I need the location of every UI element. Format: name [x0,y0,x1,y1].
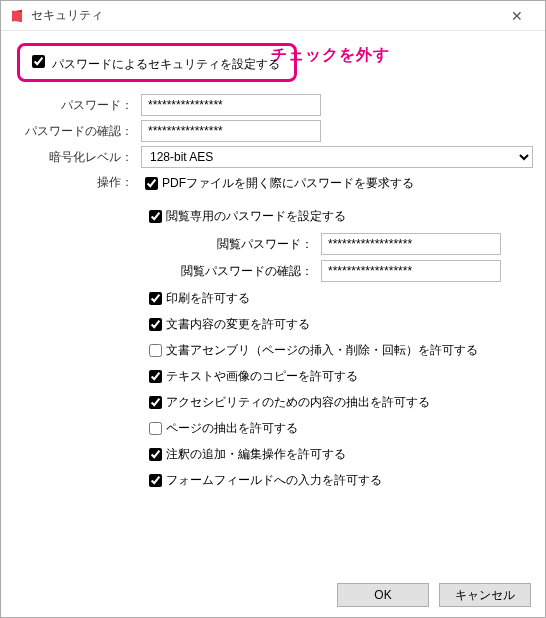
op-allow-form-fill[interactable]: フォームフィールドへの入力を許可する [145,471,533,490]
view-password-confirm-label: 閲覧パスワードの確認： [181,263,321,280]
view-password-label: 閲覧パスワード： [181,236,321,253]
op-allow-modify-content-checkbox[interactable] [149,318,162,331]
view-password-field[interactable] [321,233,501,255]
op-label: 注釈の追加・編集操作を許可する [166,446,346,463]
op-label: 文書内容の変更を許可する [166,316,310,333]
op-allow-page-extract-checkbox[interactable] [149,422,162,435]
enable-password-security-checkbox[interactable] [32,55,45,68]
ok-button[interactable]: OK [337,583,429,607]
op-require-password-open[interactable]: PDFファイルを開く際にパスワードを要求する [141,174,533,193]
enable-password-security-label: パスワードによるセキュリティを設定する [52,57,280,71]
op-allow-accessibility-extract[interactable]: アクセシビリティのための内容の抽出を許可する [145,393,533,412]
encrypt-level-select[interactable]: 128-bit AES [141,146,533,168]
operations-label: 操作： [13,174,141,200]
op-allow-form-fill-checkbox[interactable] [149,474,162,487]
op-set-view-password-checkbox[interactable] [149,210,162,223]
cancel-button[interactable]: キャンセル [439,583,531,607]
titlebar: セキュリティ ✕ [1,1,545,31]
app-icon [9,8,25,24]
content-area: チェックを外す パスワードによるセキュリティを設定する パスワード： パスワード… [1,31,545,490]
op-label: PDFファイルを開く際にパスワードを要求する [162,175,414,192]
password-field[interactable] [141,94,321,116]
op-label: 閲覧専用のパスワードを設定する [166,208,346,225]
op-label: フォームフィールドへの入力を許可する [166,472,382,489]
op-allow-accessibility-extract-checkbox[interactable] [149,396,162,409]
op-allow-annotations-checkbox[interactable] [149,448,162,461]
op-set-view-password[interactable]: 閲覧専用のパスワードを設定する [145,207,533,226]
op-allow-document-assembly-checkbox[interactable] [149,344,162,357]
op-allow-page-extract[interactable]: ページの抽出を許可する [145,419,533,438]
op-label: アクセシビリティのための内容の抽出を許可する [166,394,430,411]
op-allow-annotations[interactable]: 注釈の追加・編集操作を許可する [145,445,533,464]
close-icon[interactable]: ✕ [497,8,537,24]
op-allow-print-checkbox[interactable] [149,292,162,305]
view-password-confirm-field[interactable] [321,260,501,282]
op-label: 文書アセンブリ（ページの挿入・削除・回転）を許可する [166,342,478,359]
op-require-password-open-checkbox[interactable] [145,177,158,190]
op-allow-copy[interactable]: テキストや画像のコピーを許可する [145,367,533,386]
op-allow-print[interactable]: 印刷を許可する [145,289,533,308]
security-dialog: セキュリティ ✕ チェックを外す パスワードによるセキュリティを設定する パスワ… [0,0,546,618]
svg-rect-1 [12,10,22,22]
op-label: ページの抽出を許可する [166,420,298,437]
op-allow-document-assembly[interactable]: 文書アセンブリ（ページの挿入・削除・回転）を許可する [145,341,533,360]
password-confirm-field[interactable] [141,120,321,142]
encrypt-level-label: 暗号化レベル： [13,149,141,166]
op-allow-modify-content[interactable]: 文書内容の変更を許可する [145,315,533,334]
op-label: 印刷を許可する [166,290,250,307]
op-allow-copy-checkbox[interactable] [149,370,162,383]
button-bar: OK キャンセル [337,583,531,607]
enable-password-security-toggle[interactable]: パスワードによるセキュリティを設定する [17,43,297,82]
window-title: セキュリティ [31,7,497,24]
op-label: テキストや画像のコピーを許可する [166,368,358,385]
password-label: パスワード： [13,97,141,114]
password-confirm-label: パスワードの確認： [13,123,141,140]
